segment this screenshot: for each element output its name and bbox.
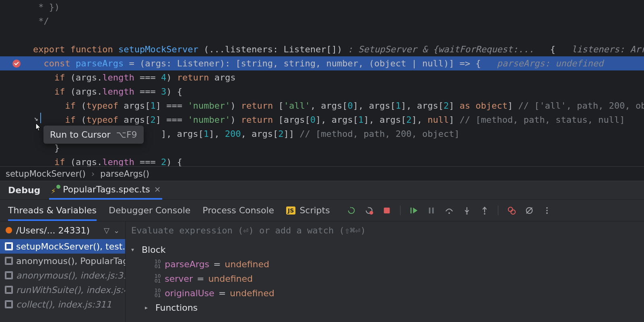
code-editor[interactable]: * }) */ export function setupMockServer … (0, 0, 644, 166)
close-icon[interactable]: ✕ (154, 185, 161, 194)
chevron-down-icon[interactable]: ⌄ (114, 226, 120, 235)
code-line[interactable]: export function setupMockServer (...list… (0, 42, 644, 56)
mute-breakpoints-icon[interactable] (525, 206, 534, 215)
chevron-right-icon[interactable]: ▸ (145, 304, 151, 311)
var-type-icon: 1001 (155, 274, 161, 283)
pause-icon[interactable] (427, 206, 436, 215)
debug-toolbar: Threads & Variables Debugger Console Pro… (0, 199, 644, 221)
step-out-icon[interactable] (480, 206, 489, 215)
stack-frame-icon (6, 301, 12, 308)
code-line[interactable] (0, 28, 644, 42)
stack-frame-label: anonymous(), index.js:311 (16, 270, 125, 281)
comment-text: * }) (33, 2, 60, 12)
chevron-down-icon[interactable]: ▾ (131, 246, 138, 253)
tab-scripts[interactable]: JS Scripts (286, 200, 330, 221)
code-line-current[interactable]: const parseArgs = (args: Listener): [str… (0, 56, 644, 70)
stack-frame-item[interactable]: runWithSuite(), index.js:43 (0, 283, 125, 297)
stack-frame-icon (6, 258, 12, 264)
variable-row[interactable]: 1001originalUse = undefined (126, 286, 644, 300)
breadcrumb[interactable]: setupMockServer() › parseArgs() (0, 166, 644, 181)
run-to-cursor-gutter-icon[interactable]: ↘ (34, 114, 38, 122)
code-line[interactable]: if (args.length === 4) return args (0, 70, 644, 85)
stop-icon[interactable] (382, 206, 391, 215)
svg-point-9 (484, 213, 485, 215)
svg-point-0 (369, 211, 373, 214)
svg-point-11 (511, 210, 515, 214)
rerun-icon[interactable] (347, 206, 356, 215)
stack-frame-icon (6, 243, 12, 250)
svg-point-5 (448, 212, 450, 214)
svg-rect-2 (410, 207, 411, 213)
breadcrumb-item[interactable]: parseArgs() (100, 169, 149, 179)
variables-panel[interactable]: Evaluate expression (⏎) or add a watch (… (126, 221, 644, 322)
var-type-icon: 1001 (155, 259, 161, 269)
paused-dot-icon (6, 227, 12, 233)
svg-point-16 (546, 212, 548, 214)
breakpoint-icon[interactable] (12, 60, 21, 68)
debug-file-tab[interactable]: ⚡ PopularTags.spec.ts ✕ (49, 181, 162, 200)
text-caret (40, 113, 41, 123)
var-type-icon: 1001 (155, 288, 161, 298)
variable-name: originalUse (165, 288, 214, 298)
variable-value: undefined (230, 288, 275, 298)
tab-debugger-console[interactable]: Debugger Console (109, 200, 190, 221)
test-bolt-icon: ⚡ (51, 186, 59, 194)
js-badge-icon: JS (286, 206, 295, 215)
variable-name: server (165, 274, 193, 284)
rerun-failed-icon[interactable] (365, 206, 374, 215)
stack-frame-label: setupMockServer(), test.uti (16, 242, 125, 252)
stack-frame-icon (6, 287, 12, 293)
evaluate-expression-input[interactable]: Evaluate expression (⏎) or add a watch (… (126, 221, 644, 239)
tab-threads-variables[interactable]: Threads & Variables (8, 200, 97, 221)
code-line[interactable]: if (args.length === 2) { (0, 155, 644, 166)
variable-name: parseArgs (165, 259, 209, 269)
variable-row[interactable]: 1001server = undefined (126, 271, 644, 286)
code-line[interactable]: * }) (0, 0, 644, 14)
debug-body: /Users/... 24331) ▽ ⌄ setupMockServer(),… (0, 221, 644, 322)
filter-icon[interactable]: ▽ (104, 226, 109, 235)
resume-icon[interactable] (409, 206, 418, 215)
code-line[interactable]: */ (0, 14, 644, 28)
stack-frame-item[interactable]: anonymous(), index.js:311 (0, 268, 125, 283)
frames-panel[interactable]: /Users/... 24331) ▽ ⌄ setupMockServer(),… (0, 221, 126, 322)
chevron-right-icon: › (91, 169, 95, 179)
svg-point-15 (546, 210, 548, 211)
comment-text: */ (33, 16, 49, 26)
variable-value: undefined (208, 274, 253, 284)
stack-frame-label: anonymous(), PopularTags. (16, 256, 125, 266)
variable-group-functions[interactable]: ▸ Functions (126, 300, 644, 315)
svg-point-14 (546, 207, 548, 208)
process-name: /Users/... 24331) (16, 225, 100, 235)
code-line[interactable]: if (typeof args[2] === 'number') return … (0, 113, 644, 127)
more-icon[interactable] (543, 206, 551, 215)
breadcrumb-item[interactable]: setupMockServer() (6, 169, 86, 179)
stack-frame-icon (6, 272, 12, 279)
step-into-icon[interactable] (462, 206, 471, 215)
svg-rect-4 (432, 207, 434, 213)
stack-frame-item[interactable]: setupMockServer(), test.uti (0, 239, 125, 254)
frames-header[interactable]: /Users/... 24331) ▽ ⌄ (0, 221, 125, 239)
code-line[interactable]: if (args.length === 3) { (0, 85, 644, 99)
stack-frame-label: collect(), index.js:311 (16, 299, 111, 310)
tab-process-console[interactable]: Process Console (202, 200, 274, 221)
view-breakpoints-icon[interactable] (507, 206, 516, 215)
run-to-cursor-tooltip: Run to Cursor ⌥F9 (43, 126, 144, 144)
placeholder-text: Evaluate expression (⏎) or add a watch (… (131, 225, 366, 235)
variable-value: undefined (225, 259, 269, 269)
stack-frame-item[interactable]: anonymous(), PopularTags. (0, 254, 125, 268)
stack-frame-item[interactable]: collect(), index.js:311 (0, 297, 125, 312)
stack-frame-label: runWithSuite(), index.js:43 (16, 285, 125, 295)
code-line[interactable]: if (typeof args[1] === 'number') return … (0, 99, 644, 113)
tooltip-text: Run to Cursor (50, 130, 111, 140)
variable-row[interactable]: 1001parseArgs = undefined (126, 257, 644, 271)
keyboard-shortcut: ⌥F9 (116, 130, 137, 140)
svg-point-10 (508, 207, 512, 211)
step-over-icon[interactable] (445, 206, 454, 215)
svg-rect-1 (384, 207, 390, 213)
debug-label: Debug (8, 185, 40, 195)
debug-session-tabs: Debug ⚡ PopularTags.spec.ts ✕ (0, 181, 644, 199)
variable-group-block[interactable]: ▾ Block (126, 242, 644, 257)
file-name: PopularTags.spec.ts (63, 184, 150, 194)
svg-point-7 (466, 213, 468, 215)
svg-rect-3 (429, 207, 430, 213)
